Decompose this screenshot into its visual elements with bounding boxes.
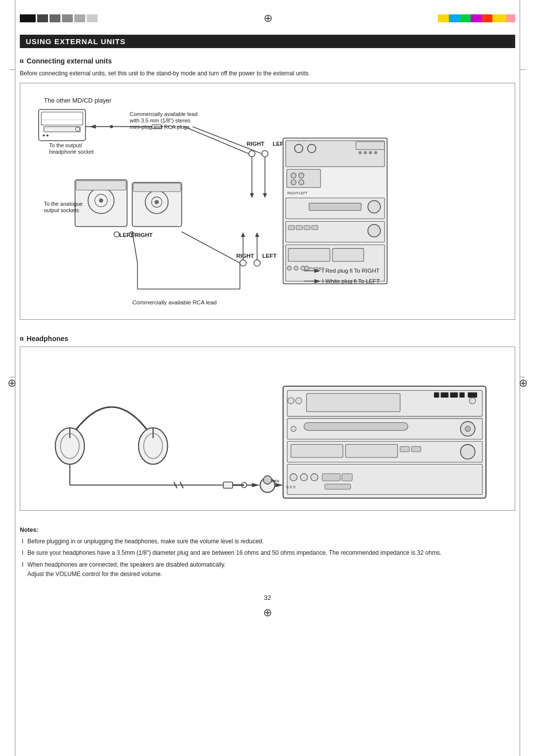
svg-rect-135 <box>291 445 343 458</box>
svg-point-71 <box>155 200 159 204</box>
svg-rect-50 <box>288 226 295 230</box>
svg-rect-110 <box>223 482 233 488</box>
svg-point-40 <box>291 173 296 178</box>
svg-rect-52 <box>304 226 311 230</box>
svg-text:RIGHT: RIGHT <box>247 141 265 147</box>
svg-point-7 <box>47 134 49 136</box>
svg-rect-120 <box>434 393 439 398</box>
section-title: USING EXTERNAL UNITS <box>26 37 125 46</box>
svg-rect-122 <box>450 393 458 398</box>
svg-rect-145 <box>342 473 352 481</box>
svg-point-126 <box>296 398 302 404</box>
svg-text:o  o  o: o o o <box>286 484 296 489</box>
svg-point-35 <box>359 151 362 154</box>
svg-point-42 <box>291 180 296 185</box>
svg-rect-123 <box>459 393 465 398</box>
tick-right-top <box>520 69 525 70</box>
svg-text:headphone socket: headphone socket <box>49 149 94 155</box>
notes-title: Notes: <box>20 525 515 535</box>
bottom-crosshair-icon: ⊕ <box>20 606 515 619</box>
svg-point-139 <box>461 445 475 459</box>
left-crosshair-icon: ⊕ <box>7 377 16 390</box>
main-unit-icon: RIGHT LEFT <box>283 138 387 284</box>
svg-rect-53 <box>312 226 318 230</box>
main-unit-front-icon: o o o <box>264 386 486 498</box>
svg-point-128 <box>469 398 476 404</box>
svg-text:I  White plug fi  To LEFT: I White plug fi To LEFT <box>322 278 379 284</box>
note-item-1: I Before plugging in or unplugging the h… <box>20 537 515 546</box>
headphones-svg: PHONES <box>28 355 507 501</box>
svg-point-58 <box>287 266 291 270</box>
svg-point-59 <box>294 266 298 270</box>
svg-point-141 <box>290 473 297 481</box>
svg-point-125 <box>288 398 294 404</box>
svg-rect-124 <box>468 393 477 398</box>
svg-rect-138 <box>412 447 421 452</box>
svg-rect-130 <box>304 423 408 431</box>
svg-point-66 <box>99 198 103 202</box>
svg-point-146 <box>264 476 272 484</box>
section-header: USING EXTERNAL UNITS <box>20 35 515 48</box>
svg-rect-57 <box>332 248 364 261</box>
svg-point-143 <box>311 473 318 481</box>
svg-rect-34 <box>356 142 385 150</box>
headphones-title: Headphones <box>20 335 515 343</box>
svg-point-6 <box>43 134 45 136</box>
notes-section: Notes: I Before plugging in or unpluggin… <box>20 525 515 579</box>
svg-text:To the output/: To the output/ <box>49 142 83 148</box>
svg-rect-137 <box>400 447 410 452</box>
svg-rect-4 <box>44 126 81 132</box>
svg-text:RIGHT: RIGHT <box>287 191 299 195</box>
svg-rect-72 <box>133 183 181 192</box>
connecting-diagram: The other MD/CD player <box>20 83 515 320</box>
connecting-svg: The other MD/CD player <box>28 91 507 310</box>
svg-point-54 <box>368 225 380 237</box>
svg-point-41 <box>299 173 304 178</box>
headphones-section: Headphones <box>20 335 515 511</box>
svg-point-37 <box>369 151 372 154</box>
svg-text:The other MD/CD player: The other MD/CD player <box>44 97 111 104</box>
svg-point-133 <box>465 426 471 432</box>
top-color-bars: ⊕ <box>0 14 535 23</box>
svg-text:RIGHT: RIGHT <box>236 253 254 259</box>
svg-text:with 3.5 mm (1/8") stereo: with 3.5 mm (1/8") stereo <box>129 117 191 123</box>
connecting-intro: Before connecting external units, set th… <box>20 69 515 78</box>
svg-rect-148 <box>325 484 351 489</box>
top-crosshair-icon: ⊕ <box>264 12 272 25</box>
svg-point-38 <box>374 151 377 154</box>
svg-text:Commercially available RCA lea: Commercially available RCA lead <box>132 300 216 306</box>
svg-point-62 <box>305 266 309 270</box>
svg-point-48 <box>368 201 380 213</box>
svg-rect-47 <box>309 203 361 211</box>
connecting-title: Connecting external units <box>20 57 515 65</box>
svg-point-131 <box>291 426 296 432</box>
svg-text:I  Red plug fi  To RIGHT: I Red plug fi To RIGHT <box>322 268 379 274</box>
svg-rect-56 <box>288 248 330 261</box>
svg-text:mini-plug and RCA plugs: mini-plug and RCA plugs <box>130 124 190 130</box>
svg-point-36 <box>364 151 367 154</box>
svg-rect-127 <box>307 394 400 412</box>
svg-rect-144 <box>322 473 340 481</box>
tick-left-top <box>10 69 15 70</box>
page-content: USING EXTERNAL UNITS Connecting external… <box>20 0 515 649</box>
color-bars <box>438 14 535 23</box>
note-item-3: I When headphones are connected, the spe… <box>20 560 515 579</box>
svg-text:RIGHT: RIGHT <box>135 232 153 238</box>
top-crosshair-area: ⊕ <box>98 14 438 23</box>
svg-rect-51 <box>296 226 303 230</box>
svg-text:LEFT: LEFT <box>263 253 277 259</box>
svg-text:output sockets: output sockets <box>44 207 80 213</box>
page-number: 32 <box>20 594 515 601</box>
svg-point-142 <box>300 473 308 481</box>
svg-text:Commercially available lead: Commercially available lead <box>130 111 198 117</box>
svg-rect-39 <box>287 170 321 188</box>
svg-text:LEFT: LEFT <box>299 191 308 195</box>
svg-point-43 <box>299 180 304 185</box>
svg-rect-121 <box>441 393 449 398</box>
svg-rect-136 <box>346 445 398 458</box>
svg-text:To the analogue: To the analogue <box>44 201 83 207</box>
svg-rect-67 <box>76 181 126 190</box>
svg-point-10 <box>110 125 113 128</box>
right-crosshair-icon: ⊕ <box>519 377 528 390</box>
note-item-2: I Be sure your headphones have a 3.5mm (… <box>20 548 515 558</box>
